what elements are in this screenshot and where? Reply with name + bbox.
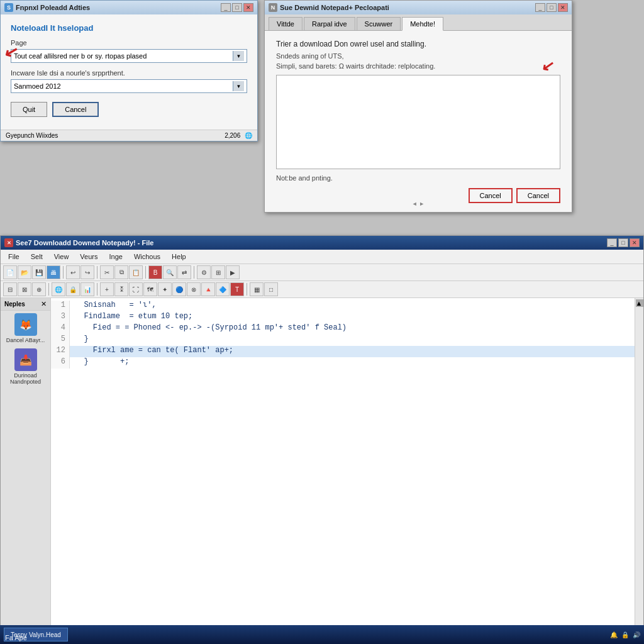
- tool-cut[interactable]: ✂: [100, 265, 114, 279]
- instance-select[interactable]: Sanmoed 2012 ▼: [11, 79, 247, 93]
- tab-scuwwer[interactable]: Scuwwer: [357, 17, 401, 30]
- tool-print[interactable]: 🖶: [47, 265, 60, 279]
- tool2-marker[interactable]: T: [230, 282, 244, 296]
- tool2-14[interactable]: 🔷: [216, 282, 230, 296]
- tool2-6[interactable]: 📊: [80, 282, 94, 296]
- tool-paste[interactable]: 📋: [129, 265, 143, 279]
- code-lines-container: 1 Snisnah = 'ι',3 Findlame = etum 10 tep…: [51, 301, 635, 369]
- dialog1-maximize[interactable]: □: [232, 3, 242, 12]
- scroll-indicators: ◄ ►: [265, 201, 572, 207]
- scroll-up-btn[interactable]: ▲: [636, 299, 643, 307]
- tool2-12[interactable]: ⊗: [187, 282, 201, 296]
- dialog1-body: ↙ NoteloadI It hselopad Page Tout ceaf a…: [1, 14, 257, 130]
- code-editor[interactable]: 1 Snisnah = 'ι',3 Findlame = etum 10 tep…: [51, 298, 635, 636]
- tool2-9[interactable]: ⛶: [129, 282, 143, 296]
- dialog1-cancel-button[interactable]: Cancel: [52, 102, 99, 117]
- dialog2-minimize[interactable]: _: [535, 3, 545, 12]
- tool2-3[interactable]: ⊕: [32, 282, 46, 296]
- line-text: }: [70, 335, 94, 346]
- tool2-4[interactable]: 🌐: [52, 282, 65, 296]
- tool-bold[interactable]: B: [148, 265, 162, 279]
- sidebar-item-2[interactable]: 📥 Durinoad Nandnpoted: [1, 346, 50, 387]
- tool-misc1[interactable]: ⚙: [197, 265, 211, 279]
- notepad-titlebar: ✕ See7 Downloadd Downed Notepady! - File…: [1, 236, 643, 250]
- dialog2-maximize[interactable]: □: [547, 3, 557, 12]
- page-label: Page: [11, 39, 247, 47]
- statusbar-num: 2,206 🌐: [225, 132, 252, 139]
- page-select[interactable]: Tout ceaf allilsred ner b or sy. rtopas …: [11, 49, 247, 63]
- tab-mehdte[interactable]: Mehdte!: [402, 17, 443, 31]
- tool-redo[interactable]: ↪: [80, 265, 94, 279]
- editor-area: Neples ✕ 🦊 Dancel ABayr... 📥 Durinoad Na…: [1, 298, 643, 636]
- instance-select-arrow[interactable]: ▼: [233, 81, 244, 91]
- menu-selt[interactable]: Selt: [26, 251, 48, 262]
- sidebar-item-1[interactable]: 🦊 Dancel ABayr...: [1, 311, 50, 346]
- line-text: } +;: [70, 357, 134, 369]
- dialog1-heading: NoteloadI It hselopad: [11, 23, 247, 33]
- notepad-main-window: ✕ See7 Downloadd Downed Notepady! - File…: [0, 235, 644, 644]
- tool-copy[interactable]: ⧉: [114, 265, 128, 279]
- code-line: 12 Firxl ame = can te( Flant' ap+;: [51, 346, 635, 357]
- tool2-5[interactable]: 🔒: [66, 282, 80, 296]
- quit-button[interactable]: Quit: [11, 102, 47, 117]
- tool-undo[interactable]: ↩: [66, 265, 80, 279]
- dialog2-titlebar: N Sue Dewnid Notepad+ Pecloapati _ □ ✕: [265, 1, 572, 14]
- notepad-maximize[interactable]: □: [618, 238, 628, 247]
- tool-open[interactable]: 📂: [18, 265, 31, 279]
- tool-new[interactable]: 📄: [3, 265, 17, 279]
- taskbar-network-icon: 🔒: [621, 631, 629, 638]
- dialog2-close[interactable]: ✕: [558, 3, 568, 12]
- tool-misc2[interactable]: ⊞: [211, 265, 225, 279]
- dialog2-tabbar: Vittde Rarpal idve Scuwwer Mehdte!: [265, 14, 572, 31]
- dialog2-icon: N: [269, 3, 277, 12]
- tool2-chrome[interactable]: 🔵: [172, 282, 186, 296]
- tool2-8[interactable]: ⁑: [114, 282, 128, 296]
- toolbar-sep2: [97, 266, 97, 279]
- menu-wichous[interactable]: Wichous: [129, 251, 165, 262]
- menu-veurs[interactable]: Veurs: [75, 251, 103, 262]
- dialog2-content: ↙ Trier a download Don owrel usel and st…: [265, 31, 572, 212]
- dialog1-close[interactable]: ✕: [243, 3, 253, 12]
- tab-rarpal[interactable]: Rarpal idve: [304, 17, 355, 30]
- menu-file[interactable]: File: [3, 251, 25, 262]
- tool-save[interactable]: 💾: [32, 265, 46, 279]
- tool2-grid[interactable]: ▦: [250, 282, 264, 296]
- setup-note: Not:be and pnting.: [276, 174, 560, 182]
- tool2-11[interactable]: ✦: [158, 282, 172, 296]
- code-line: 3 Findlame = etum 10 tep;: [51, 312, 635, 323]
- line-text: Findlame = etum 10 tep;: [70, 312, 197, 323]
- toolbar-sep3: [145, 266, 146, 279]
- menu-help[interactable]: Help: [167, 251, 191, 262]
- vertical-scrollbar[interactable]: ▲: [635, 298, 643, 636]
- dialog1-minimize[interactable]: _: [221, 3, 231, 12]
- sidebar-header: Neples ✕: [1, 298, 50, 311]
- dialog1-icon: S: [4, 3, 13, 12]
- setup-textarea[interactable]: [276, 75, 560, 169]
- tool2-10[interactable]: 🗺: [143, 282, 157, 296]
- page-select-arrow[interactable]: ▼: [233, 51, 244, 61]
- tool2-7[interactable]: +: [100, 282, 114, 296]
- tool2-15[interactable]: □: [264, 282, 278, 296]
- notepad-minimize[interactable]: _: [607, 238, 617, 247]
- tool-misc3[interactable]: ▶: [226, 265, 240, 279]
- menu-view[interactable]: View: [49, 251, 74, 262]
- line-number: 12: [51, 346, 70, 357]
- toolbar2-sep2: [97, 283, 97, 296]
- menu-inge[interactable]: Inge: [104, 251, 128, 262]
- notepad-close[interactable]: ✕: [630, 238, 640, 247]
- sidebar-close-btn[interactable]: ✕: [41, 300, 47, 308]
- tool2-2[interactable]: ⊠: [18, 282, 31, 296]
- line-number: 6: [51, 357, 70, 369]
- tab-vittde[interactable]: Vittde: [269, 17, 303, 30]
- tool-replace[interactable]: ⇄: [177, 265, 191, 279]
- tool-search[interactable]: 🔍: [163, 265, 177, 279]
- line-text: Firxl ame = can te( Flant' ap+;: [70, 346, 238, 357]
- page-field-row: Tout ceaf allilsred ner b or sy. rtopas …: [11, 49, 247, 63]
- dialog2-window: N Sue Dewnid Notepad+ Pecloapati _ □ ✕ V…: [264, 0, 572, 213]
- toolbar2-sep3: [247, 283, 247, 296]
- line-number: 3: [51, 312, 70, 323]
- sidebar-title: Neples: [4, 301, 25, 308]
- tool2-13[interactable]: 🔺: [201, 282, 215, 296]
- taskbar-right: 🔔 🔒 🔊: [610, 631, 640, 638]
- tool2-1[interactable]: ⊟: [3, 282, 17, 296]
